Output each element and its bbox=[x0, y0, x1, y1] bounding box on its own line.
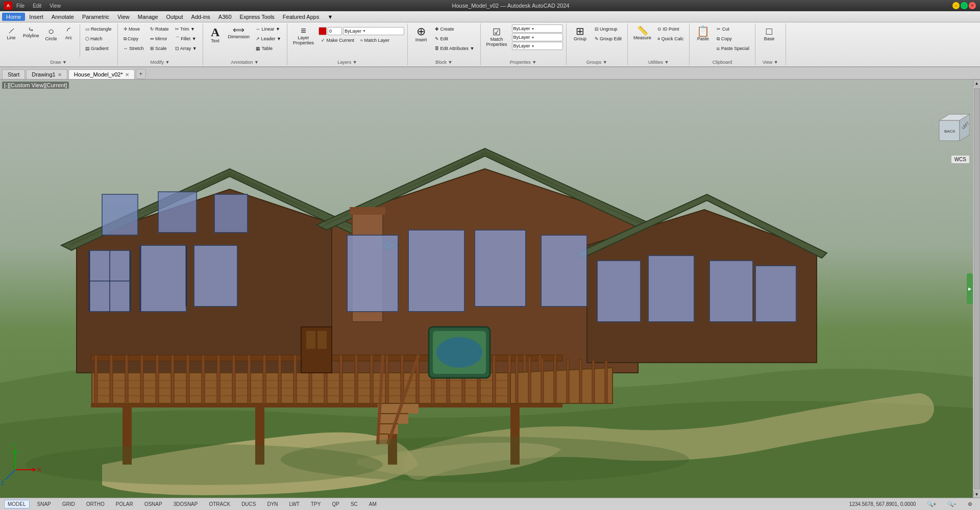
ribbon-group-utilities: 📏 Measure ⊙ ID Point ≡ Quick Calc Utilit… bbox=[628, 23, 690, 65]
btn-make-current[interactable]: ✓ Make Current bbox=[318, 36, 357, 45]
tab-house-model-close[interactable]: ✕ bbox=[125, 72, 129, 78]
btn-move[interactable]: ✛ Move bbox=[121, 24, 146, 34]
status-qp[interactable]: QP bbox=[328, 500, 342, 508]
status-model[interactable]: MODEL bbox=[4, 500, 30, 508]
btn-insert[interactable]: ⊕ Insert bbox=[411, 24, 431, 44]
btn-arc[interactable]: ◜ Arc bbox=[61, 24, 77, 42]
properties-bylayer-combo[interactable]: ByLayer ▼ bbox=[512, 24, 563, 33]
minimize-button[interactable]: − bbox=[952, 2, 960, 9]
btn-rectangle[interactable]: ▭ Rectangle bbox=[83, 24, 114, 34]
btn-paste-special[interactable]: ⧇ Paste Special bbox=[714, 44, 752, 53]
btn-rotate[interactable]: ↻ Rotate bbox=[148, 24, 172, 34]
btn-linear[interactable]: ↔ Linear ▼ bbox=[253, 24, 284, 34]
btn-polyline[interactable]: ⤷ Polyline bbox=[20, 24, 42, 40]
status-settings[interactable]: ⚙ bbox=[964, 500, 976, 508]
btn-trim[interactable]: ✂ Trim ▼ bbox=[173, 24, 200, 34]
menu-annotate[interactable]: Annotate bbox=[47, 13, 78, 21]
btn-array[interactable]: ⊡ Array ▼ bbox=[173, 44, 200, 53]
menu-more[interactable]: ▼ bbox=[323, 13, 337, 21]
scrollbar-right[interactable]: ▲ ▼ bbox=[973, 80, 980, 498]
svg-rect-73 bbox=[516, 355, 518, 403]
new-tab-button[interactable]: + bbox=[136, 69, 146, 79]
btn-mirror[interactable]: ⇔ Mirror bbox=[148, 34, 172, 43]
status-dyn[interactable]: DYN bbox=[263, 500, 281, 508]
status-ducs[interactable]: DUCS bbox=[238, 500, 259, 508]
status-grid[interactable]: GRID bbox=[59, 500, 79, 508]
close-button[interactable]: ✕ bbox=[969, 2, 976, 9]
menu-insert[interactable]: Insert bbox=[25, 13, 47, 21]
viewcube[interactable]: BACK LEFT bbox=[929, 110, 970, 151]
btn-table[interactable]: ▦ Table bbox=[253, 44, 284, 53]
btn-ungroup[interactable]: ⊟ Ungroup bbox=[592, 24, 625, 34]
draw-label: Draw ▼ bbox=[0, 60, 117, 65]
btn-match-properties[interactable]: ☑ MatchProperties bbox=[484, 26, 510, 49]
btn-dimension[interactable]: ⟺ Dimension bbox=[226, 24, 253, 41]
svg-rect-10 bbox=[350, 207, 385, 215]
side-panel-button[interactable]: ▶ bbox=[967, 273, 973, 304]
menu-output[interactable]: Output bbox=[162, 13, 187, 21]
btn-scale[interactable]: ⊞ Scale bbox=[148, 44, 172, 53]
tab-start[interactable]: Start bbox=[2, 69, 25, 79]
status-tpy[interactable]: TPY bbox=[307, 500, 324, 508]
svg-rect-43 bbox=[202, 355, 205, 406]
menu-addins[interactable]: Add-ins bbox=[187, 13, 214, 21]
menu-parametric[interactable]: Parametric bbox=[78, 13, 113, 21]
menu-view[interactable]: View bbox=[113, 13, 134, 21]
btn-copy[interactable]: ⧉ Copy bbox=[121, 34, 146, 43]
svg-rect-18 bbox=[214, 194, 248, 233]
btn-paste[interactable]: 📋 Paste bbox=[693, 24, 713, 43]
menu-manage[interactable]: Manage bbox=[134, 13, 162, 21]
status-polar[interactable]: POLAR bbox=[112, 500, 137, 508]
layer-num-combo[interactable]: 0 bbox=[328, 27, 342, 35]
status-zoom-out[interactable]: 🔍− bbox=[944, 500, 960, 508]
btn-match-layer[interactable]: ≈ Match Layer bbox=[358, 36, 392, 45]
btn-base-view[interactable]: □ Base bbox=[758, 24, 780, 43]
tab-house-model[interactable]: House_Model_v02* ✕ bbox=[68, 69, 135, 79]
status-3dosnap[interactable]: 3DOSNAP bbox=[170, 500, 202, 508]
svg-point-90 bbox=[436, 337, 482, 368]
btn-stretch[interactable]: ↔ Stretch bbox=[121, 44, 146, 53]
svg-rect-16 bbox=[102, 194, 138, 235]
btn-edit[interactable]: ✎ Edit bbox=[432, 34, 477, 43]
menu-a360[interactable]: A360 bbox=[214, 13, 236, 21]
status-lwt[interactable]: LWT bbox=[286, 500, 303, 508]
btn-line[interactable]: ⟋ Line bbox=[3, 24, 19, 42]
layer-name-combo[interactable]: ByLayer ▼ bbox=[343, 27, 404, 35]
btn-edit-attributes[interactable]: ≣ Edit Attributes ▼ bbox=[432, 44, 477, 53]
btn-copy-clip[interactable]: ⧉ Copy bbox=[714, 34, 752, 43]
wcs-label[interactable]: WCS bbox=[951, 155, 970, 164]
status-sc[interactable]: SC bbox=[347, 500, 361, 508]
menu-express[interactable]: Express Tools bbox=[236, 13, 279, 21]
btn-leader[interactable]: ↗ Leader ▼ bbox=[253, 34, 284, 43]
menu-featured[interactable]: Featured Apps bbox=[279, 13, 324, 21]
layer-color-combo[interactable] bbox=[318, 27, 327, 35]
btn-measure[interactable]: 📏 Measure bbox=[631, 24, 654, 42]
properties-lineweight-combo[interactable]: ByLayer ▼ bbox=[512, 42, 563, 50]
btn-layer-properties[interactable]: ≡ LayerProperties bbox=[290, 24, 316, 47]
btn-cut[interactable]: ✂ Cut bbox=[714, 24, 752, 34]
btn-quick-calc[interactable]: ≡ Quick Calc bbox=[655, 34, 686, 43]
status-otrack[interactable]: OTRACK bbox=[205, 500, 234, 508]
status-zoom-in[interactable]: 🔍+ bbox=[923, 500, 940, 508]
status-ortho[interactable]: ORTHO bbox=[83, 500, 108, 508]
btn-circle[interactable]: ○ Circle bbox=[43, 24, 60, 43]
btn-text[interactable]: A Text bbox=[206, 24, 225, 45]
scroll-down-arrow[interactable]: ▼ bbox=[973, 491, 981, 498]
tab-drawing1[interactable]: Drawing1 ✕ bbox=[26, 69, 67, 79]
menu-home[interactable]: Home bbox=[2, 13, 25, 21]
scroll-thumb[interactable] bbox=[974, 88, 980, 490]
status-am[interactable]: AM bbox=[365, 500, 380, 508]
btn-create[interactable]: ✚ Create bbox=[432, 24, 477, 34]
btn-id-point[interactable]: ⊙ ID Point bbox=[655, 24, 686, 34]
btn-group-edit[interactable]: ✎ Group Edit bbox=[592, 34, 625, 43]
btn-group[interactable]: ⊞ Group bbox=[570, 24, 591, 43]
maximize-button[interactable]: □ bbox=[961, 2, 968, 9]
tab-drawing1-close[interactable]: ✕ bbox=[58, 72, 62, 78]
properties-linetype-combo[interactable]: ByLayer ▼ bbox=[512, 33, 563, 41]
btn-hatch[interactable]: ⬡ Hatch bbox=[83, 34, 114, 43]
btn-fillet[interactable]: ⌒ Fillet ▼ bbox=[173, 34, 200, 43]
status-osnap[interactable]: OSNAP bbox=[141, 500, 166, 508]
status-snap[interactable]: SNAP bbox=[34, 500, 55, 508]
scroll-up-arrow[interactable]: ▲ bbox=[973, 80, 981, 87]
btn-gradient[interactable]: ▤ Gradient bbox=[83, 44, 114, 53]
